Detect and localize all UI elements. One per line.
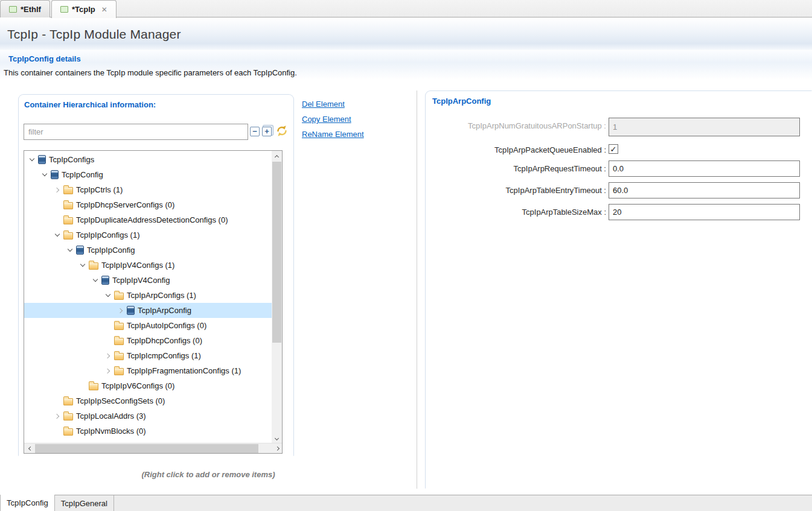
chevron-down-icon[interactable] [103,291,113,300]
close-icon[interactable]: ✕ [101,5,107,14]
title-band: TcpIp - TcpIp Module Manager [0,18,812,51]
field-row-tcpiparptablesizemax: TcpIpArpTableSizeMax : [426,204,811,220]
module-icon [127,306,135,315]
editor-tab-ethif[interactable]: *EthIf [0,0,50,17]
tree-item-label: TcpIpConfigs [49,155,94,164]
editor-tab-label: *EthIf [21,5,41,14]
tree-item-tcpipicmpconfigs-1[interactable]: TcpIpIcmpConfigs (1) [24,348,272,363]
tcpiparpnumgratuitousarponstartup-input[interactable] [609,118,800,136]
del-element-link[interactable]: Del Element [302,100,364,109]
tree-item-label: TcpIpIpV6Configs (0) [101,381,174,390]
collapse-all-icon[interactable]: − [250,127,260,136]
folder-icon [63,412,73,421]
chevron-down-icon[interactable] [40,170,50,180]
tcpiparppacketqueueenabled-checkbox[interactable]: ✓ [609,144,618,154]
chevron-spacer [53,427,62,436]
horizontal-scroll-thumb[interactable] [35,444,258,453]
field-label: TcpIpArpTableSizeMax : [426,204,606,217]
tree-item-tcpipipsecconfigsets-0[interactable]: TcpIpIpSecConfigSets (0) [24,393,272,408]
chevron-spacer [53,215,62,225]
chevron-right-icon[interactable] [116,306,126,316]
arp-config-form: TcpIpArpNumGratuitousARPonStartup :TcpIp… [426,118,811,226]
chevron-right-icon[interactable] [53,185,62,195]
tree-item-label: TcpIpArpConfigs (1) [127,291,196,300]
tcpip-module-manager-window: *EthIf*TcpIp✕ TcpIp - TcpIp Module Manag… [0,0,812,511]
tcpiparprequesttimeout-input[interactable] [609,160,800,177]
tcpiparptablesizemax-input[interactable] [609,204,800,220]
tree-item-label: TcpIpIpConfigs (1) [76,230,140,240]
tree-item-label: TcpIpAutoIpConfigs (0) [127,321,206,330]
rename-element-link[interactable]: ReName Element [302,130,364,139]
tree-item-label: TcpIpIcmpConfigs (1) [127,351,201,360]
tree-item-tcpipconfigs[interactable]: TcpIpConfigs [24,152,272,167]
chevron-spacer [53,396,62,406]
model-file-icon [9,6,17,13]
field-row-tcpiparppacketqueueenabled: TcpIpArpPacketQueueEnabled :✓ [426,142,811,155]
expand-all-icon[interactable]: + [262,127,272,136]
folder-icon [63,186,73,194]
chevron-right-icon[interactable] [103,351,113,361]
module-icon [51,170,59,179]
module-icon [101,276,109,285]
section-description: This container containers the TcpIp modu… [4,68,297,77]
copy-element-link[interactable]: Copy Element [302,115,364,124]
field-row-tcpiparprequesttimeout: TcpIpArpRequestTimeout : [426,160,811,177]
chevron-down-icon[interactable] [91,276,100,285]
tree-item-tcpipduplicateaddressdetectionconfigs-0[interactable]: TcpIpDuplicateAddressDetectionConfigs (0… [24,212,272,227]
tree-vertical-scrollbar[interactable] [272,151,282,444]
tree-item-tcpipipconfigs-1[interactable]: TcpIpIpConfigs (1) [24,227,272,243]
folder-icon [63,216,73,224]
arp-config-group: TcpIpArpConfig TcpIpArpNumGratuitousARPo… [425,90,812,489]
tree-item-tcpiparpconfigs-1[interactable]: TcpIpArpConfigs (1) [24,288,272,303]
tree-item-tcpipipv4configs-1[interactable]: TcpIpIpV4Configs (1) [24,258,272,273]
vertical-scroll-thumb[interactable] [272,162,281,343]
tcpiparptableentrytimeout-input[interactable] [609,182,800,198]
bottom-tab-tcpipgeneral[interactable]: TcpIpGeneral [55,495,114,511]
tree-item-tcpipconfig[interactable]: TcpIpConfig [24,167,272,182]
tree-item-tcpipipv6configs-0[interactable]: TcpIpIpV6Configs (0) [24,378,272,393]
tree-item-tcpiparpconfig[interactable]: TcpIpArpConfig [24,303,272,318]
tree-item-tcpipipfragmentationconfigs-1[interactable]: TcpIpIpFragmentationConfigs (1) [24,363,272,378]
tree-item-label: TcpIpConfig [62,170,103,179]
tree-item-label: TcpIpDhcpConfigs (0) [127,336,202,345]
scroll-left-icon[interactable] [24,443,34,454]
chevron-right-icon[interactable] [103,366,113,376]
field-label: TcpIpArpNumGratuitousARPonStartup : [426,118,606,131]
tree-item-label: TcpIpDuplicateAddressDetectionConfigs (0… [76,215,228,224]
chevron-down-icon[interactable] [53,230,62,240]
tree-item-label: TcpIpIpFragmentationConfigs (1) [127,366,241,375]
tree-item-label: TcpIpCtrls (1) [76,185,123,194]
chevron-down-icon[interactable] [78,261,88,270]
tree-item-tcpiplocaladdrs-3[interactable]: TcpIpLocalAddrs (3) [24,408,272,424]
context-menu-hint: (Right click to add or remove items) [0,470,417,479]
scroll-right-icon[interactable] [273,443,283,454]
tree-horizontal-scrollbar[interactable] [24,443,283,453]
tree-item-tcpipnvmblocks-0[interactable]: TcpIpNvmBlocks (0) [24,424,272,439]
tree-item-label: TcpIpIpV4Config [112,276,170,285]
folder-icon [114,322,124,330]
chevron-down-icon[interactable] [65,246,75,255]
container-hierarchy-title: Container Hierarchical information: [24,100,156,109]
editor-tab-bar: *EthIf*TcpIp✕ [0,0,812,17]
bottom-tab-tcpipconfig[interactable]: TcpIpConfig [0,495,55,511]
tree-item-tcpipctrls-1[interactable]: TcpIpCtrls (1) [24,182,272,197]
tree-item-tcpipdhcpconfigs-0[interactable]: TcpIpDhcpConfigs (0) [24,333,272,348]
chevron-spacer [78,381,88,391]
folder-icon [114,352,124,360]
tree-item-tcpipipv4config[interactable]: TcpIpIpV4Config [24,273,272,288]
folder-icon [63,201,73,209]
refresh-icon[interactable] [275,125,289,137]
tree-item-label: TcpIpNvmBlocks (0) [76,427,146,436]
chevron-spacer [103,321,113,331]
chevron-right-icon[interactable] [53,411,62,421]
editor-tab-tcpip[interactable]: *TcpIp✕ [51,0,117,18]
tree-item-tcpipipconfig[interactable]: TcpIpIpConfig [24,243,272,258]
arp-config-title: TcpIpArpConfig [432,97,491,106]
filter-input[interactable] [24,124,248,140]
scroll-up-icon[interactable] [272,151,282,161]
chevron-down-icon[interactable] [27,155,37,165]
tree-item-tcpipautoipconfigs-0[interactable]: TcpIpAutoIpConfigs (0) [24,318,272,333]
tree-item-tcpipdhcpserverconfigs-0[interactable]: TcpIpDhcpServerConfigs (0) [24,197,272,212]
section-band: TcpIpConfig details This container conta… [0,51,812,84]
tree-item-label: TcpIpDhcpServerConfigs (0) [76,200,174,209]
